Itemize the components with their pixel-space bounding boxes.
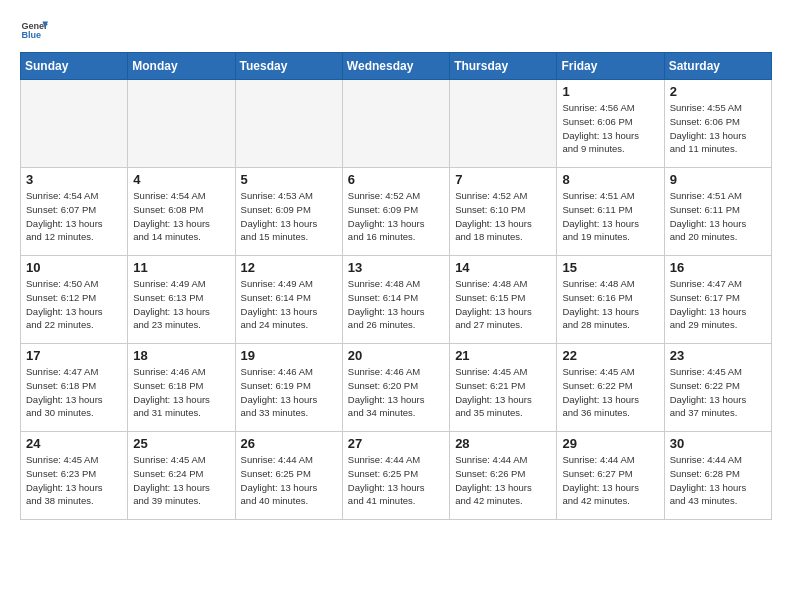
day-info: Sunrise: 4:52 AM Sunset: 6:09 PM Dayligh… [348,189,444,244]
calendar-week-3: 10Sunrise: 4:50 AM Sunset: 6:12 PM Dayli… [21,256,772,344]
weekday-header-sunday: Sunday [21,53,128,80]
day-number: 1 [562,84,658,99]
day-number: 21 [455,348,551,363]
day-info: Sunrise: 4:47 AM Sunset: 6:17 PM Dayligh… [670,277,766,332]
weekday-header-tuesday: Tuesday [235,53,342,80]
day-number: 14 [455,260,551,275]
day-number: 10 [26,260,122,275]
day-info: Sunrise: 4:49 AM Sunset: 6:13 PM Dayligh… [133,277,229,332]
calendar-cell: 20Sunrise: 4:46 AM Sunset: 6:20 PM Dayli… [342,344,449,432]
weekday-header-friday: Friday [557,53,664,80]
day-number: 16 [670,260,766,275]
calendar-cell: 24Sunrise: 4:45 AM Sunset: 6:23 PM Dayli… [21,432,128,520]
day-number: 23 [670,348,766,363]
day-info: Sunrise: 4:46 AM Sunset: 6:18 PM Dayligh… [133,365,229,420]
day-number: 17 [26,348,122,363]
calendar-cell [450,80,557,168]
svg-text:Blue: Blue [21,30,41,40]
day-info: Sunrise: 4:48 AM Sunset: 6:14 PM Dayligh… [348,277,444,332]
calendar-cell: 1Sunrise: 4:56 AM Sunset: 6:06 PM Daylig… [557,80,664,168]
day-info: Sunrise: 4:47 AM Sunset: 6:18 PM Dayligh… [26,365,122,420]
calendar-cell: 30Sunrise: 4:44 AM Sunset: 6:28 PM Dayli… [664,432,771,520]
calendar-cell: 14Sunrise: 4:48 AM Sunset: 6:15 PM Dayli… [450,256,557,344]
calendar-cell: 18Sunrise: 4:46 AM Sunset: 6:18 PM Dayli… [128,344,235,432]
calendar-cell: 27Sunrise: 4:44 AM Sunset: 6:25 PM Dayli… [342,432,449,520]
logo: General Blue [20,16,48,44]
calendar-cell: 15Sunrise: 4:48 AM Sunset: 6:16 PM Dayli… [557,256,664,344]
calendar-cell: 8Sunrise: 4:51 AM Sunset: 6:11 PM Daylig… [557,168,664,256]
day-number: 15 [562,260,658,275]
day-number: 29 [562,436,658,451]
day-number: 19 [241,348,337,363]
weekday-header-monday: Monday [128,53,235,80]
calendar-cell [342,80,449,168]
calendar-cell: 26Sunrise: 4:44 AM Sunset: 6:25 PM Dayli… [235,432,342,520]
day-info: Sunrise: 4:49 AM Sunset: 6:14 PM Dayligh… [241,277,337,332]
day-number: 9 [670,172,766,187]
calendar-header-row: SundayMondayTuesdayWednesdayThursdayFrid… [21,53,772,80]
weekday-header-wednesday: Wednesday [342,53,449,80]
day-info: Sunrise: 4:55 AM Sunset: 6:06 PM Dayligh… [670,101,766,156]
calendar-cell: 10Sunrise: 4:50 AM Sunset: 6:12 PM Dayli… [21,256,128,344]
calendar-cell [21,80,128,168]
day-info: Sunrise: 4:44 AM Sunset: 6:25 PM Dayligh… [241,453,337,508]
calendar-cell: 2Sunrise: 4:55 AM Sunset: 6:06 PM Daylig… [664,80,771,168]
day-info: Sunrise: 4:52 AM Sunset: 6:10 PM Dayligh… [455,189,551,244]
day-number: 24 [26,436,122,451]
day-number: 7 [455,172,551,187]
day-info: Sunrise: 4:54 AM Sunset: 6:08 PM Dayligh… [133,189,229,244]
calendar-cell: 25Sunrise: 4:45 AM Sunset: 6:24 PM Dayli… [128,432,235,520]
day-info: Sunrise: 4:45 AM Sunset: 6:22 PM Dayligh… [562,365,658,420]
day-info: Sunrise: 4:44 AM Sunset: 6:26 PM Dayligh… [455,453,551,508]
calendar-week-4: 17Sunrise: 4:47 AM Sunset: 6:18 PM Dayli… [21,344,772,432]
calendar-cell: 21Sunrise: 4:45 AM Sunset: 6:21 PM Dayli… [450,344,557,432]
day-number: 20 [348,348,444,363]
day-info: Sunrise: 4:48 AM Sunset: 6:16 PM Dayligh… [562,277,658,332]
day-number: 27 [348,436,444,451]
day-number: 12 [241,260,337,275]
calendar-table: SundayMondayTuesdayWednesdayThursdayFrid… [20,52,772,520]
day-info: Sunrise: 4:45 AM Sunset: 6:22 PM Dayligh… [670,365,766,420]
day-number: 5 [241,172,337,187]
calendar-cell: 23Sunrise: 4:45 AM Sunset: 6:22 PM Dayli… [664,344,771,432]
day-info: Sunrise: 4:45 AM Sunset: 6:23 PM Dayligh… [26,453,122,508]
calendar-cell: 19Sunrise: 4:46 AM Sunset: 6:19 PM Dayli… [235,344,342,432]
logo-icon: General Blue [20,16,48,44]
calendar-cell: 7Sunrise: 4:52 AM Sunset: 6:10 PM Daylig… [450,168,557,256]
day-number: 3 [26,172,122,187]
day-number: 30 [670,436,766,451]
day-number: 2 [670,84,766,99]
calendar-week-5: 24Sunrise: 4:45 AM Sunset: 6:23 PM Dayli… [21,432,772,520]
calendar-week-1: 1Sunrise: 4:56 AM Sunset: 6:06 PM Daylig… [21,80,772,168]
calendar-cell: 17Sunrise: 4:47 AM Sunset: 6:18 PM Dayli… [21,344,128,432]
calendar-cell: 9Sunrise: 4:51 AM Sunset: 6:11 PM Daylig… [664,168,771,256]
day-number: 22 [562,348,658,363]
day-info: Sunrise: 4:44 AM Sunset: 6:28 PM Dayligh… [670,453,766,508]
day-number: 11 [133,260,229,275]
day-info: Sunrise: 4:50 AM Sunset: 6:12 PM Dayligh… [26,277,122,332]
day-info: Sunrise: 4:44 AM Sunset: 6:25 PM Dayligh… [348,453,444,508]
calendar-cell: 29Sunrise: 4:44 AM Sunset: 6:27 PM Dayli… [557,432,664,520]
day-number: 26 [241,436,337,451]
day-number: 13 [348,260,444,275]
calendar-cell [128,80,235,168]
weekday-header-thursday: Thursday [450,53,557,80]
day-number: 18 [133,348,229,363]
day-info: Sunrise: 4:51 AM Sunset: 6:11 PM Dayligh… [670,189,766,244]
day-info: Sunrise: 4:44 AM Sunset: 6:27 PM Dayligh… [562,453,658,508]
calendar-cell: 16Sunrise: 4:47 AM Sunset: 6:17 PM Dayli… [664,256,771,344]
calendar-cell: 22Sunrise: 4:45 AM Sunset: 6:22 PM Dayli… [557,344,664,432]
day-info: Sunrise: 4:54 AM Sunset: 6:07 PM Dayligh… [26,189,122,244]
calendar-cell: 11Sunrise: 4:49 AM Sunset: 6:13 PM Dayli… [128,256,235,344]
day-number: 8 [562,172,658,187]
calendar-cell: 12Sunrise: 4:49 AM Sunset: 6:14 PM Dayli… [235,256,342,344]
calendar-cell: 4Sunrise: 4:54 AM Sunset: 6:08 PM Daylig… [128,168,235,256]
calendar-cell: 3Sunrise: 4:54 AM Sunset: 6:07 PM Daylig… [21,168,128,256]
calendar-cell [235,80,342,168]
day-info: Sunrise: 4:56 AM Sunset: 6:06 PM Dayligh… [562,101,658,156]
day-info: Sunrise: 4:45 AM Sunset: 6:24 PM Dayligh… [133,453,229,508]
day-info: Sunrise: 4:45 AM Sunset: 6:21 PM Dayligh… [455,365,551,420]
day-info: Sunrise: 4:53 AM Sunset: 6:09 PM Dayligh… [241,189,337,244]
page-header: General Blue [20,16,772,44]
calendar-body: 1Sunrise: 4:56 AM Sunset: 6:06 PM Daylig… [21,80,772,520]
